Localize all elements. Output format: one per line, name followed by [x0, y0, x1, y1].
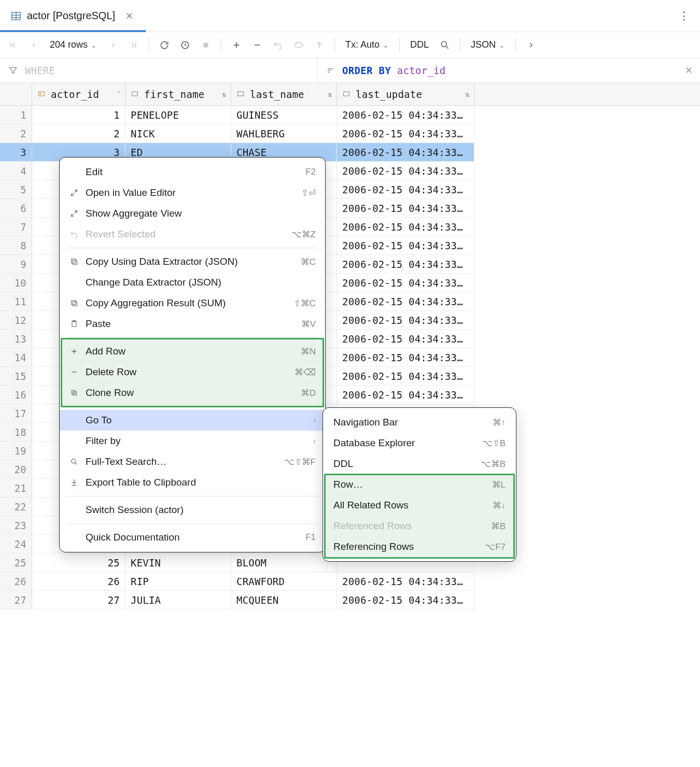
goto-item-row[interactable]: Row…⌘L	[323, 474, 516, 495]
first-page-button[interactable]	[3, 35, 23, 55]
table-row[interactable]: 11PENELOPEGUINESS2006-02-15 04:34:33…	[0, 106, 700, 124]
cell-last-update[interactable]: 2006-02-15 04:34:33…	[337, 124, 474, 143]
goto-item-navigation-bar[interactable]: Navigation Bar⌘↑	[323, 412, 516, 433]
cell-last-name[interactable]: WAHLBERG	[231, 124, 337, 143]
cell-actor-id[interactable]: 1	[32, 106, 125, 124]
column-last-update[interactable]: last_update ⇅	[337, 83, 474, 105]
row-gutter[interactable]: 19	[0, 442, 32, 460]
menu-item-open-in-value-editor[interactable]: Open in Value Editor⇧⏎	[60, 182, 325, 203]
auto-refresh-button[interactable]	[175, 35, 195, 55]
row-gutter[interactable]: 5	[0, 180, 32, 199]
row-gutter[interactable]: 15	[0, 367, 32, 386]
stop-button[interactable]	[196, 35, 216, 55]
cell-last-update[interactable]: 2006-02-15 04:34:33…	[337, 386, 474, 404]
cell-last-update[interactable]: 2006-02-15 04:34:33…	[337, 255, 474, 274]
cell-last-update[interactable]: 2006-02-15 04:34:33…	[337, 236, 474, 255]
row-gutter[interactable]: 9	[0, 255, 32, 274]
cell-last-update[interactable]: 2006-02-15 04:34:33…	[337, 591, 474, 609]
menu-item-add-row[interactable]: Add Row⌘N	[60, 341, 325, 362]
row-gutter[interactable]: 26	[0, 572, 32, 591]
revert-button[interactable]	[268, 35, 288, 55]
submit-button[interactable]	[310, 35, 329, 55]
delete-row-button[interactable]	[247, 35, 267, 55]
cell-last-name[interactable]: BLOOM	[231, 553, 337, 572]
row-gutter[interactable]: 4	[0, 162, 32, 180]
row-gutter[interactable]: 17	[0, 404, 32, 423]
column-last-name[interactable]: last_name ⇅	[231, 83, 337, 105]
cell-last-update[interactable]: 2006-02-15 04:34:33…	[337, 143, 474, 162]
menu-item-copy-aggregation-result-sum[interactable]: Copy Aggregation Result (SUM)⇧⌘C	[60, 293, 325, 314]
row-gutter[interactable]: 2	[0, 124, 32, 143]
goto-item-database-explorer[interactable]: Database Explorer⌥⇧B	[323, 433, 516, 453]
cell-last-update[interactable]: 2006-02-15 04:34:33…	[337, 218, 474, 236]
row-gutter[interactable]: 3	[0, 143, 32, 162]
menu-item-switch-session-actor[interactable]: Switch Session (actor)	[60, 500, 325, 520]
menu-item-edit[interactable]: EditF2	[60, 162, 325, 182]
cell-last-name[interactable]: CRAWFORD	[231, 572, 337, 591]
row-gutter[interactable]: 25	[0, 553, 32, 572]
cell-last-update[interactable]: 2006-02-15 04:34:33…	[337, 311, 474, 330]
row-gutter[interactable]: 6	[0, 199, 32, 218]
cell-last-update[interactable]: 2006-02-15 04:34:33…	[337, 348, 474, 367]
clear-order-button[interactable]: ✕	[685, 65, 693, 76]
menu-item-full-text-search[interactable]: Full-Text Search…⌥⇧⌘F	[60, 451, 325, 472]
menu-item-show-aggregate-view[interactable]: Show Aggregate View	[60, 203, 325, 224]
table-row[interactable]: 2626RIPCRAWFORD2006-02-15 04:34:33…	[0, 572, 700, 591]
cell-last-update[interactable]: 2006-02-15 04:34:33…	[337, 180, 474, 199]
where-filter[interactable]: WHERE	[0, 58, 317, 82]
row-gutter[interactable]: 7	[0, 218, 32, 236]
row-gutter[interactable]: 14	[0, 348, 32, 367]
row-gutter[interactable]: 24	[0, 535, 32, 553]
menu-item-quick-documentation[interactable]: Quick DocumentationF1	[60, 527, 325, 548]
goto-item-referencing-rows[interactable]: Referencing Rows⌥F7	[323, 536, 516, 557]
toolbar-overflow[interactable]	[521, 35, 541, 55]
menu-item-go-to[interactable]: Go To›	[60, 410, 325, 431]
column-first-name[interactable]: first_name ⇅	[125, 83, 231, 105]
add-row-button[interactable]	[227, 35, 246, 55]
tab-close-button[interactable]: ✕	[123, 8, 135, 24]
row-gutter[interactable]: 13	[0, 330, 32, 348]
menu-item-paste[interactable]: Paste⌘V	[60, 314, 325, 334]
cell-last-update[interactable]: 2006-02-15 04:34:33…	[337, 367, 474, 386]
row-gutter[interactable]: 16	[0, 386, 32, 404]
tab-actor[interactable]: actor [PostgreSQL] ✕	[0, 0, 146, 32]
column-actor-id[interactable]: actor_id ˄	[32, 83, 125, 105]
menu-item-copy-using-data-extractor-json[interactable]: Copy Using Data Extractor (JSON)⌘C	[60, 251, 325, 272]
menu-item-filter-by[interactable]: Filter by›	[60, 431, 325, 451]
ddl-button[interactable]: DDL	[405, 39, 434, 50]
cell-last-update[interactable]: 2006-02-15 04:34:33…	[337, 199, 474, 218]
cell-last-update[interactable]: 2006-02-15 04:34:33…	[337, 572, 474, 591]
row-gutter[interactable]: 21	[0, 479, 32, 498]
cell-first-name[interactable]: NICK	[125, 124, 231, 143]
cell-last-update[interactable]: 2006-02-15 04:34:33…	[337, 274, 474, 292]
cell-first-name[interactable]: KEVIN	[125, 553, 231, 572]
cell-first-name[interactable]: PENELOPE	[125, 106, 231, 124]
data-extractor[interactable]: JSON⌄	[466, 39, 510, 50]
row-gutter[interactable]: 18	[0, 423, 32, 442]
cell-last-name[interactable]: MCQUEEN	[231, 591, 337, 609]
last-page-button[interactable]	[124, 35, 144, 55]
row-count[interactable]: 204 rows⌄	[45, 39, 102, 50]
menu-item-change-data-extractor-json[interactable]: Change Data Extractor (JSON)	[60, 272, 325, 293]
row-gutter[interactable]: 10	[0, 274, 32, 292]
prev-page-button[interactable]	[24, 35, 44, 55]
row-gutter[interactable]: 23	[0, 516, 32, 535]
cell-last-update[interactable]: 2006-02-15 04:34:33…	[337, 162, 474, 180]
row-gutter[interactable]: 20	[0, 460, 32, 479]
reload-button[interactable]	[155, 35, 174, 55]
table-row[interactable]: 22NICKWAHLBERG2006-02-15 04:34:33…	[0, 124, 700, 143]
cell-actor-id[interactable]: 26	[32, 572, 125, 591]
row-gutter[interactable]: 11	[0, 292, 32, 311]
menu-item-delete-row[interactable]: Delete Row⌘⌫	[60, 362, 325, 382]
row-gutter[interactable]: 12	[0, 311, 32, 330]
row-gutter[interactable]: 22	[0, 498, 32, 516]
table-row[interactable]: 2727JULIAMCQUEEN2006-02-15 04:34:33…	[0, 591, 700, 609]
tx-mode[interactable]: Tx: Auto⌄	[340, 39, 394, 50]
search-button[interactable]	[435, 35, 455, 55]
cell-first-name[interactable]: JULIA	[125, 591, 231, 609]
cell-last-update[interactable]: 2006-02-15 04:34:33…	[337, 292, 474, 311]
goto-item-all-related-rows[interactable]: All Related Rows⌘↓	[323, 495, 516, 516]
row-gutter[interactable]: 8	[0, 236, 32, 255]
cell-last-update[interactable]: 2006-02-15 04:34:33…	[337, 330, 474, 348]
row-gutter[interactable]: 1	[0, 106, 32, 124]
